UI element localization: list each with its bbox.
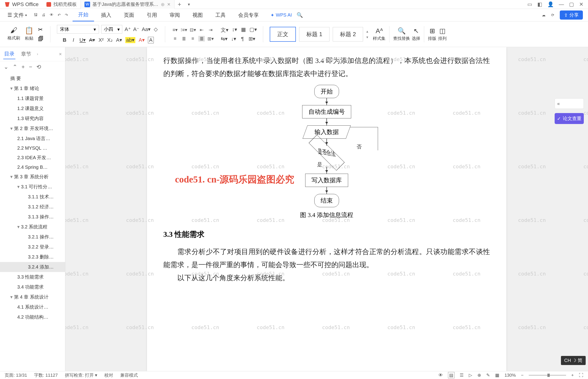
bold-button[interactable]: B: [62, 37, 67, 43]
outline-item[interactable]: 2.4 Spring B…: [0, 163, 65, 172]
outline-item[interactable]: 2.1 Java 语言…: [0, 134, 65, 143]
outline-item[interactable]: ▾第 4 章 系统设计: [0, 292, 65, 302]
word-count[interactable]: 字数: 11127: [34, 372, 58, 378]
save-icon[interactable]: 🖫: [34, 13, 38, 17]
minimize-icon[interactable]: —: [559, 1, 564, 7]
outline-close-icon[interactable]: ✕: [59, 52, 62, 56]
outline-tab-chapter[interactable]: 章节: [20, 49, 32, 59]
outline-item[interactable]: 3.3 性能需求: [0, 272, 65, 282]
tab-close-icon[interactable]: ✕: [167, 2, 170, 7]
outline-item[interactable]: 摘 要: [0, 73, 65, 83]
add-icon[interactable]: +: [21, 64, 25, 70]
distribute-icon[interactable]: ⊞▾: [207, 36, 214, 42]
menu-tab-view[interactable]: 视图: [187, 9, 208, 21]
outline-item[interactable]: 4.2 功能结构…: [0, 312, 65, 322]
outline-item[interactable]: 3.2.1 操作…: [0, 232, 65, 242]
superscript-button[interactable]: X²: [98, 37, 104, 43]
multilevel-list-icon[interactable]: ⊟▾: [189, 27, 196, 33]
decrease-size-icon[interactable]: A⁻: [133, 26, 139, 32]
outline-item[interactable]: ▾第 3 章 系统分析: [0, 172, 65, 182]
cut-icon[interactable]: ✂: [38, 26, 44, 33]
web-view-icon[interactable]: ⊕: [477, 372, 481, 378]
add-tab-button[interactable]: +: [175, 1, 185, 8]
layout-icon[interactable]: ▭: [527, 1, 532, 7]
text-effect-button[interactable]: A▾: [139, 37, 145, 43]
outline-item[interactable]: ▾第 2 章 开发环境…: [0, 124, 65, 134]
para-settings-icon[interactable]: ⊞▾: [249, 36, 255, 42]
collapse-panel-button[interactable]: «: [555, 98, 584, 109]
number-list-icon[interactable]: ⁝≡▾: [181, 27, 187, 33]
remove-icon[interactable]: −: [29, 64, 32, 70]
border-icon[interactable]: ▢▾: [250, 27, 257, 33]
outline-view-icon[interactable]: ☰: [460, 372, 464, 378]
menu-tab-member[interactable]: 会员专享: [233, 9, 264, 21]
outline-item[interactable]: ▾3.1 可行性分…: [0, 182, 65, 192]
outline-tab-toc[interactable]: 目录: [3, 49, 16, 59]
font-color-button[interactable]: A▾: [116, 37, 122, 43]
align-left-icon[interactable]: ≡: [172, 36, 178, 42]
outline-item[interactable]: 3.2.3 删除…: [0, 252, 65, 262]
outline-item[interactable]: 1.3 研究内容: [0, 113, 65, 124]
align-button[interactable]: ◫ 排列: [438, 27, 447, 41]
zoom-thumb[interactable]: [547, 374, 550, 377]
line-spacing-icon[interactable]: ↕▾: [232, 27, 237, 33]
shading-icon[interactable]: ▦: [241, 27, 246, 33]
style-scroll-up-icon[interactable]: ▴: [366, 29, 368, 33]
outline-item[interactable]: 1.2 课题意义: [0, 104, 65, 113]
outline-next-icon[interactable]: ›: [37, 52, 38, 56]
text-direction-icon[interactable]: 文▾: [221, 27, 228, 33]
menu-tab-page[interactable]: 页面: [118, 9, 140, 21]
style-set-button[interactable]: Aᴬ 样式集: [373, 27, 386, 41]
zoom-out-icon[interactable]: −: [521, 373, 524, 378]
outline-item[interactable]: 1.1 课题背景: [0, 94, 65, 104]
tab-current-document[interactable]: W 基于Java的志愿者服务管理系… ⊕ ✕: [81, 0, 174, 9]
strikethrough-button[interactable]: A▾: [89, 37, 95, 43]
tab-pin-icon[interactable]: ⊕: [161, 2, 165, 7]
align-justify-icon[interactable]: ≣: [198, 36, 205, 42]
outline-item[interactable]: 3.1.2 经济…: [0, 202, 65, 212]
proofing-status[interactable]: 校对: [104, 372, 113, 378]
char-border-button[interactable]: A: [148, 37, 154, 43]
show-marks-icon[interactable]: ¶: [240, 36, 245, 42]
outline-item[interactable]: 4.1 系统设计…: [0, 302, 65, 312]
close-icon[interactable]: ✕: [579, 1, 583, 7]
increase-size-icon[interactable]: A⁺: [125, 26, 131, 32]
highlight-button[interactable]: ab▾: [125, 37, 135, 43]
menu-tab-reference[interactable]: 引用: [141, 9, 163, 21]
ime-indicator[interactable]: CH ☽ 简: [561, 356, 586, 365]
tab-stop-icon[interactable]: ⇆▾: [221, 36, 228, 42]
arrange-button[interactable]: ⊞ 排版: [428, 27, 436, 41]
style-scroll-down-icon[interactable]: ▾: [366, 35, 368, 39]
zoom-level[interactable]: 130%: [504, 373, 516, 378]
tab-template-store[interactable]: 找稻壳模板: [43, 0, 81, 9]
font-family-select[interactable]: 宋体▾: [57, 25, 99, 33]
outline-item[interactable]: 3.1.1 技术…: [0, 192, 65, 202]
decrease-indent-icon[interactable]: ⇤: [198, 27, 205, 33]
sort-icon[interactable]: ↓▾: [231, 36, 236, 42]
undo-icon[interactable]: ↶: [58, 13, 61, 17]
outline-item[interactable]: 3.4 功能需求: [0, 282, 65, 292]
outline-item[interactable]: 3.2.4 添加…: [0, 262, 65, 272]
draft-view-icon[interactable]: ✎: [486, 372, 490, 378]
share-button[interactable]: ⇪ 分享: [560, 11, 583, 20]
increase-indent-icon[interactable]: ⇥: [207, 27, 214, 33]
subscript-button[interactable]: X₂: [107, 37, 113, 43]
underline-button[interactable]: U▾: [80, 37, 86, 43]
tab-dropdown-icon[interactable]: ▾: [185, 2, 193, 7]
expand-icon[interactable]: ⌃: [13, 64, 17, 70]
outline-item[interactable]: 2.2 MYSQL …: [0, 143, 65, 153]
link-icon[interactable]: ⟲: [36, 64, 41, 70]
align-center-icon[interactable]: ≣: [181, 36, 187, 42]
sync-icon[interactable]: ⟳: [551, 13, 554, 17]
outline-item[interactable]: 3.1.3 操作…: [0, 212, 65, 222]
bullet-list-icon[interactable]: ≡▾: [172, 27, 178, 33]
file-menu-button[interactable]: ☰ 文件 ▾: [5, 12, 29, 19]
align-right-icon[interactable]: ≡: [189, 36, 196, 42]
avatar-icon[interactable]: 👤: [547, 1, 554, 7]
copy-icon[interactable]: 🗐: [38, 36, 44, 42]
eye-icon[interactable]: 👁: [438, 373, 443, 378]
paste-button[interactable]: 📋 粘贴: [25, 26, 33, 42]
font-size-select[interactable]: 小四▾: [101, 25, 122, 33]
wps-ai-button[interactable]: ✦ WPS AI: [270, 12, 292, 18]
read-view-icon[interactable]: ▷: [469, 372, 472, 378]
